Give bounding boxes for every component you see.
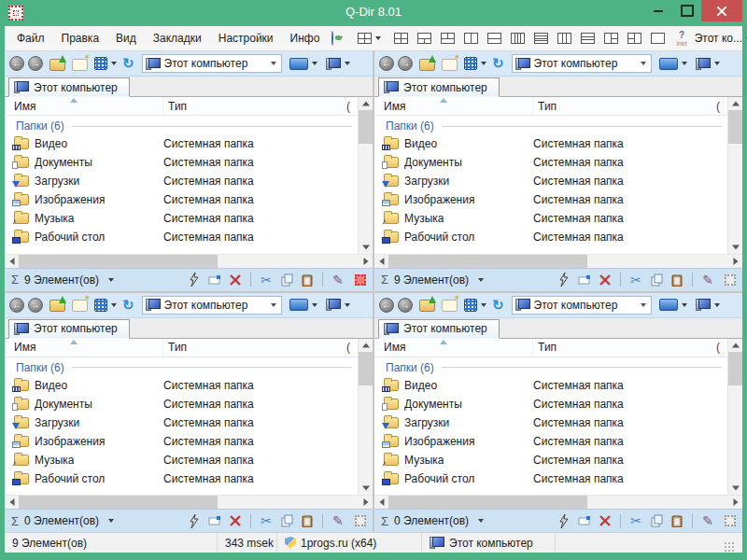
scroll-left-icon[interactable] — [5, 496, 19, 509]
address-combobox[interactable]: Этот компьютер — [142, 54, 282, 73]
view-mode-dropdown-icon[interactable] — [111, 303, 117, 307]
column-header-partial[interactable]: ( — [716, 100, 727, 113]
file-row[interactable]: Рабочий стол Системная папка — [5, 469, 358, 488]
maximize-button[interactable] — [672, 0, 701, 21]
view-mode-button[interactable] — [464, 299, 477, 312]
menu-bookmarks[interactable]: Закладки — [145, 28, 210, 49]
rename-icon[interactable] — [207, 513, 222, 528]
forward-button[interactable] — [398, 56, 413, 71]
quick-actions-icon[interactable] — [557, 273, 571, 287]
paste-icon[interactable] — [669, 273, 684, 287]
scroll-up-icon[interactable] — [728, 339, 742, 352]
scroll-left-icon[interactable] — [5, 255, 19, 268]
column-header-type[interactable]: Тип — [163, 341, 346, 354]
column-header-name[interactable]: Имя — [374, 339, 533, 357]
rename-icon[interactable] — [207, 273, 222, 287]
refresh-button[interactable] — [492, 297, 504, 314]
inet-button[interactable]: ? inet — [676, 31, 686, 47]
forward-button[interactable] — [398, 298, 413, 313]
forward-button[interactable] — [28, 56, 43, 71]
view-mode-dropdown-icon[interactable] — [481, 303, 486, 307]
file-row[interactable]: Рабочий стол Системная папка — [5, 228, 358, 246]
file-row[interactable]: Документы Системная папка — [374, 153, 727, 172]
delete-icon[interactable] — [228, 273, 243, 287]
file-row[interactable]: Загрузки Системная папка — [5, 413, 358, 432]
file-row[interactable]: ♪ Музыка Системная папка — [374, 209, 727, 228]
view-mode-dropdown-icon[interactable] — [481, 62, 486, 65]
copy-icon[interactable] — [649, 273, 664, 287]
column-header-name[interactable]: Имя — [374, 97, 533, 115]
column-header-name[interactable]: Имя — [5, 97, 163, 115]
back-button[interactable] — [379, 298, 394, 313]
file-row[interactable]: ♪ Музыка Системная папка — [374, 451, 727, 469]
quick-actions-icon[interactable] — [187, 513, 202, 528]
edit-icon[interactable] — [331, 513, 345, 528]
layout-2-vertical-button[interactable] — [464, 33, 478, 44]
resize-grip[interactable] — [724, 541, 735, 553]
qdir-pane-toggle[interactable] — [725, 515, 736, 526]
vertical-scrollbar[interactable] — [358, 97, 373, 254]
layout-3-right-button[interactable] — [604, 33, 618, 44]
layout-3-left-button[interactable] — [627, 33, 641, 44]
paste-icon[interactable] — [669, 513, 684, 528]
menu-edit[interactable]: Правка — [53, 28, 108, 49]
layout-4-rows-button[interactable] — [534, 33, 548, 44]
file-row[interactable]: Загрузки Системная папка — [374, 413, 727, 432]
parent-folder-button[interactable] — [419, 298, 436, 312]
menu-view[interactable]: Вид — [107, 28, 145, 49]
file-row[interactable]: Видео Системная папка — [374, 376, 727, 395]
column-header-partial[interactable]: ( — [716, 341, 727, 354]
parent-folder-button[interactable] — [419, 57, 436, 71]
count-dropdown-icon[interactable] — [478, 519, 484, 523]
file-row[interactable]: ♪ Музыка Системная папка — [5, 209, 358, 228]
new-folder-button[interactable] — [442, 298, 458, 312]
menu-settings[interactable]: Настройки — [210, 28, 282, 49]
vertical-scroll-thumb[interactable] — [728, 110, 742, 144]
column-header-partial[interactable]: ( — [346, 100, 358, 113]
menu-info[interactable]: Инфо — [282, 28, 329, 49]
close-button[interactable] — [701, 0, 742, 21]
horizontal-scroll-thumb[interactable] — [19, 255, 218, 268]
copy-icon[interactable] — [649, 513, 664, 528]
tab-this-computer[interactable]: Этот компьютер — [378, 319, 500, 339]
scroll-up-icon[interactable] — [359, 97, 373, 110]
file-row[interactable]: Рабочий стол Системная папка — [374, 228, 727, 246]
column-header-type[interactable]: Тип — [163, 100, 346, 113]
horizontal-scroll-thumb[interactable] — [19, 496, 218, 509]
quick-actions-icon[interactable] — [187, 273, 202, 287]
paste-icon[interactable] — [300, 273, 315, 287]
new-folder-button[interactable] — [72, 57, 89, 71]
horizontal-scrollbar[interactable] — [5, 254, 373, 268]
cut-icon[interactable] — [628, 513, 643, 528]
column-header-type[interactable]: Тип — [533, 341, 716, 354]
qdir-pane-toggle[interactable] — [725, 274, 736, 286]
vertical-scrollbar[interactable] — [358, 339, 373, 496]
count-dropdown-icon[interactable] — [478, 278, 484, 282]
scroll-right-icon[interactable] — [728, 496, 742, 509]
desktop-view-dropdown-icon[interactable] — [312, 303, 317, 307]
layout-picker-dropdown-icon[interactable] — [375, 36, 381, 40]
parent-folder-button[interactable] — [49, 57, 66, 71]
language-globe-icon[interactable] — [331, 31, 333, 46]
tab-this-computer[interactable]: Этот компьютер — [378, 77, 500, 97]
goto-computer-dropdown-icon[interactable] — [714, 303, 720, 307]
paste-icon[interactable] — [300, 513, 315, 528]
qdir-pane-toggle[interactable] — [355, 274, 366, 286]
view-mode-button[interactable] — [464, 57, 477, 70]
menu-file[interactable]: Файл — [8, 28, 53, 49]
goto-computer-dropdown-icon[interactable] — [714, 62, 720, 65]
layout-4-columns-button[interactable] — [511, 33, 525, 44]
desktop-view-button[interactable] — [289, 299, 308, 311]
scroll-right-icon[interactable] — [728, 255, 742, 268]
quick-target-button[interactable]: Этот ко... — [695, 32, 742, 45]
edit-icon[interactable] — [700, 273, 715, 287]
qdir-pane-toggle[interactable] — [355, 515, 366, 526]
layout-2-horizontal-button[interactable] — [487, 33, 501, 44]
vertical-scroll-thumb[interactable] — [728, 352, 742, 385]
forward-button[interactable] — [28, 298, 43, 313]
address-dropdown-icon[interactable] — [271, 62, 276, 65]
view-mode-button[interactable] — [94, 57, 107, 70]
scroll-down-icon[interactable] — [728, 241, 742, 254]
vertical-scroll-thumb[interactable] — [359, 352, 373, 385]
vertical-scrollbar[interactable] — [727, 339, 742, 496]
